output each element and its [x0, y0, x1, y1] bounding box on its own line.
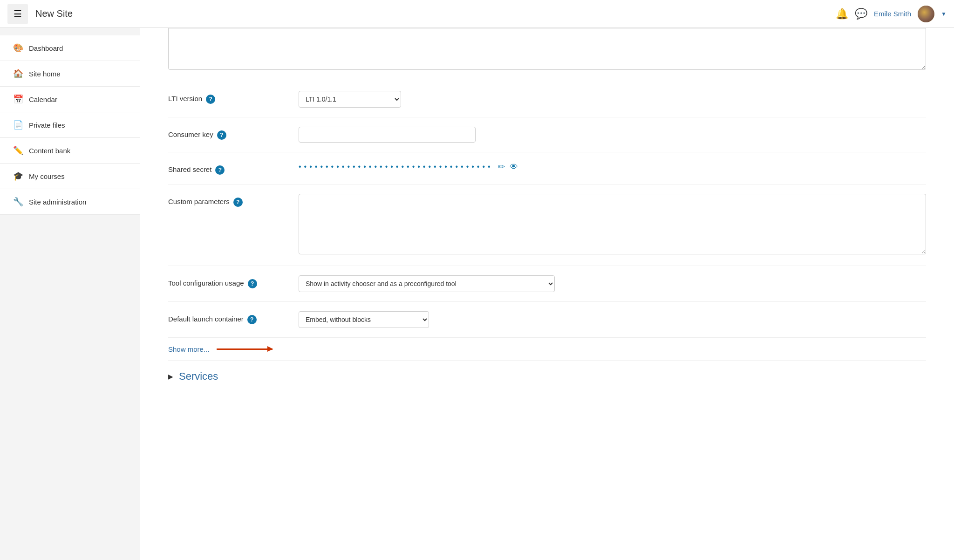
- sidebar-item-dashboard[interactable]: 🎨 Dashboard: [0, 35, 140, 61]
- sidebar-item-site-administration[interactable]: 🔧 Site administration: [0, 189, 140, 215]
- user-dropdown-arrow[interactable]: ▼: [941, 11, 947, 17]
- custom-parameters-label: Custom parameters: [168, 197, 230, 206]
- dashboard-icon: 🎨: [13, 43, 23, 53]
- shared-secret-dots: ••••••••••••••••••••••••••••••••••••: [299, 163, 493, 171]
- custom-parameters-textarea[interactable]: [299, 194, 926, 254]
- tool-config-help-icon[interactable]: ?: [248, 279, 257, 288]
- lti-version-help-icon[interactable]: ?: [206, 95, 215, 104]
- top-navigation: ☰ New Site 🔔 💬 Emile Smith ▼: [0, 0, 954, 28]
- site-home-icon: 🏠: [13, 68, 23, 79]
- site-title: New Site: [35, 8, 73, 19]
- shared-secret-label: Shared secret: [168, 164, 211, 174]
- tool-config-label-col: Tool configuration usage ?: [168, 275, 289, 288]
- default-launch-help-icon[interactable]: ?: [247, 315, 257, 324]
- sidebar-label-calendar: Calendar: [29, 96, 57, 103]
- shared-secret-row: •••••••••••••••••••••••••••••••••••• ✏ 👁: [299, 162, 926, 172]
- user-name[interactable]: Emile Smith: [874, 10, 911, 18]
- services-section: ▶ Services: [168, 361, 926, 392]
- sidebar-label-site-administration: Site administration: [29, 198, 86, 206]
- custom-parameters-group: Custom parameters ?: [168, 184, 926, 266]
- shared-secret-group: Shared secret ? ••••••••••••••••••••••••…: [168, 152, 926, 184]
- sidebar: 🎨 Dashboard 🏠 Site home 📅 Calendar 📄 Pri…: [0, 28, 140, 560]
- default-launch-label: Default launch container: [168, 314, 244, 324]
- content-bank-icon: ✏️: [13, 145, 23, 156]
- shared-secret-eye-icon[interactable]: 👁: [510, 162, 518, 172]
- services-title: Services: [179, 370, 218, 382]
- shared-secret-help-icon[interactable]: ?: [215, 165, 225, 175]
- tool-config-control: Show in activity chooser and as a precon…: [299, 275, 926, 292]
- sidebar-label-my-courses: My courses: [29, 172, 65, 180]
- avatar-image: [918, 6, 934, 22]
- custom-parameters-control: [299, 194, 926, 256]
- top-partial-area: [140, 28, 954, 72]
- shared-secret-control: •••••••••••••••••••••••••••••••••••• ✏ 👁: [299, 162, 926, 172]
- sidebar-item-content-bank[interactable]: ✏️ Content bank: [0, 138, 140, 164]
- avatar[interactable]: [918, 6, 934, 22]
- messages-button[interactable]: 💬: [855, 8, 867, 20]
- lti-version-label-col: LTI version ?: [168, 91, 289, 104]
- default-launch-control: Embed, without blocks Embed New window E…: [299, 311, 926, 328]
- sidebar-label-site-home: Site home: [29, 70, 61, 78]
- tool-config-group: Tool configuration usage ? Show in activ…: [168, 266, 926, 302]
- form-content-area: LTI version ? LTI 1.0/1.1 LTI 2.0 Consum…: [140, 72, 954, 410]
- show-more-link[interactable]: Show more...: [168, 345, 209, 353]
- default-launch-group: Default launch container ? Embed, withou…: [168, 302, 926, 338]
- consumer-key-help-icon[interactable]: ?: [217, 130, 226, 140]
- services-header[interactable]: ▶ Services: [168, 370, 926, 382]
- bell-icon: 🔔: [836, 8, 848, 20]
- sidebar-item-site-home[interactable]: 🏠 Site home: [0, 61, 140, 87]
- sidebar-label-private-files: Private files: [29, 121, 65, 129]
- consumer-key-control: [299, 127, 926, 143]
- topnav-right: 🔔 💬 Emile Smith ▼: [836, 6, 947, 22]
- calendar-icon: 📅: [13, 94, 23, 104]
- sidebar-item-my-courses[interactable]: 🎓 My courses: [0, 164, 140, 189]
- sidebar-label-content-bank: Content bank: [29, 147, 70, 155]
- default-launch-select[interactable]: Embed, without blocks Embed New window E…: [299, 311, 429, 328]
- shared-secret-edit-icon[interactable]: ✏: [498, 162, 505, 172]
- custom-parameters-help-icon[interactable]: ?: [233, 198, 243, 207]
- default-launch-label-col: Default launch container ?: [168, 311, 289, 324]
- sidebar-label-dashboard: Dashboard: [29, 44, 63, 52]
- hamburger-menu-button[interactable]: ☰: [7, 4, 28, 24]
- lti-version-label: LTI version: [168, 94, 202, 103]
- site-admin-icon: 🔧: [13, 197, 23, 207]
- lti-version-control: LTI 1.0/1.1 LTI 2.0: [299, 91, 926, 108]
- show-more-row: Show more...: [168, 338, 926, 361]
- hamburger-icon: ☰: [14, 8, 22, 20]
- tool-config-select[interactable]: Show in activity chooser and as a precon…: [299, 275, 555, 292]
- red-arrow: [217, 348, 273, 350]
- lti-version-group: LTI version ? LTI 1.0/1.1 LTI 2.0: [168, 82, 926, 117]
- page-layout: 🎨 Dashboard 🏠 Site home 📅 Calendar 📄 Pri…: [0, 28, 954, 560]
- arrow-indicator: [217, 348, 273, 350]
- notifications-button[interactable]: 🔔: [836, 8, 848, 20]
- sidebar-item-private-files[interactable]: 📄 Private files: [0, 112, 140, 138]
- lti-version-select[interactable]: LTI 1.0/1.1 LTI 2.0: [299, 91, 401, 108]
- sidebar-item-calendar[interactable]: 📅 Calendar: [0, 87, 140, 112]
- consumer-key-label-col: Consumer key ?: [168, 127, 289, 140]
- consumer-key-group: Consumer key ?: [168, 117, 926, 152]
- tool-config-label: Tool configuration usage: [168, 278, 244, 288]
- services-chevron-icon: ▶: [168, 373, 173, 380]
- top-textarea[interactable]: [168, 28, 926, 70]
- custom-parameters-label-col: Custom parameters ?: [168, 194, 289, 207]
- consumer-key-input[interactable]: [299, 127, 476, 143]
- consumer-key-label: Consumer key: [168, 130, 213, 139]
- shared-secret-label-col: Shared secret ?: [168, 162, 289, 175]
- main-content: LTI version ? LTI 1.0/1.1 LTI 2.0 Consum…: [140, 28, 954, 560]
- private-files-icon: 📄: [13, 120, 23, 130]
- chat-icon: 💬: [855, 8, 867, 20]
- my-courses-icon: 🎓: [13, 171, 23, 181]
